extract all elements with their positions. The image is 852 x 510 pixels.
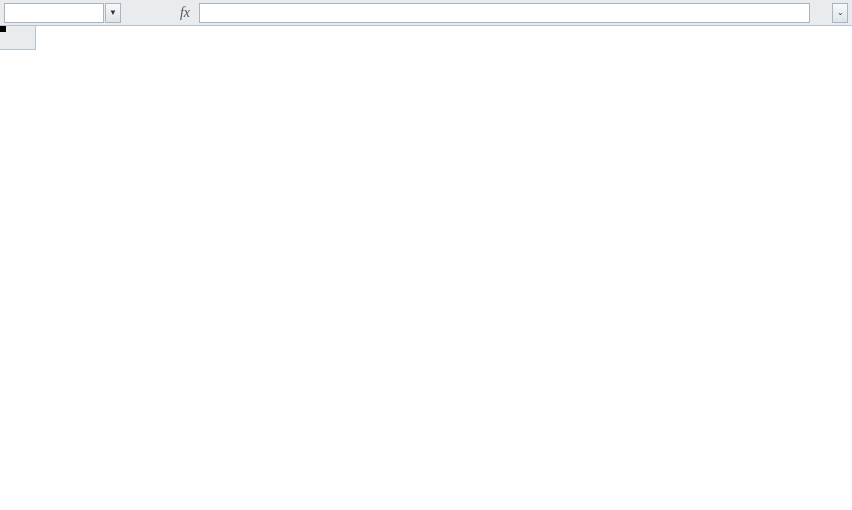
fx-icon[interactable]: fx (173, 5, 197, 21)
annotation-arrows (0, 26, 852, 510)
formula-bar-row: ▼ fx ⌄ (0, 0, 852, 26)
select-all-corner[interactable] (0, 26, 36, 50)
formula-bar-expand[interactable]: ⌄ (832, 3, 848, 23)
name-box-dropdown[interactable]: ▼ (105, 3, 121, 23)
formula-bar-input[interactable] (199, 3, 810, 23)
name-box[interactable] (4, 3, 104, 23)
